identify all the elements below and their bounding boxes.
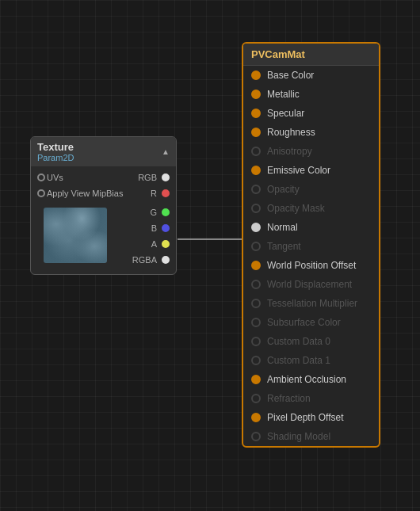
mat-row-world-position-offset[interactable]: World Position Offset [243,256,379,275]
material-node-header: PVCamMat [243,44,379,66]
mat-row-refraction: Refraction [243,389,379,408]
subsurface-connector [251,318,261,327]
texture-outputs: G B A [113,204,170,268]
custom-data-1-connector [251,356,261,365]
texture-b-row: B [118,220,170,236]
opacity-mask-connector [251,204,261,213]
mat-row-tangent: Tangent [243,237,379,256]
ambient-occlusion-label: Ambient Occlusion [267,374,346,385]
texture-g-row: G [118,204,170,220]
g-connector[interactable] [162,208,170,216]
roughness-connector[interactable] [251,128,261,137]
material-node-title: PVCamMat [251,48,371,60]
metallic-connector[interactable] [251,90,261,99]
specular-connector[interactable] [251,109,261,118]
texture-node-header: Texture Param2D ▲ [31,137,176,166]
shading-model-label: Shading Model [267,431,330,442]
mat-row-base-color[interactable]: Base Color [243,66,379,85]
b-connector[interactable] [162,224,170,232]
mat-row-custom-data-1: Custom Data 1 [243,351,379,370]
base-color-label: Base Color [267,70,314,81]
metallic-label: Metallic [267,89,300,100]
emissive-connector[interactable] [251,166,261,175]
custom-data-1-label: Custom Data 1 [267,355,330,366]
texture-node-collapse-icon[interactable]: ▲ [162,147,170,156]
opacity-label: Opacity [267,184,300,195]
uvs-left-connector[interactable] [37,174,45,181]
uvs-value: RGB [138,173,157,182]
world-displacement-label: World Displacement [267,279,352,290]
specular-label: Specular [267,108,304,119]
texture-node-body: UVs RGB Apply View MipBias R [31,166,176,274]
mat-row-normal[interactable]: Normal [243,218,379,237]
uvs-right-connector[interactable] [162,174,170,181]
world-position-offset-label: World Position Offset [267,260,356,271]
material-node[interactable]: PVCamMat Base Color Metallic Specular Ro… [242,42,380,448]
custom-data-0-label: Custom Data 0 [267,336,330,347]
texture-node-subtitle: Param2D [37,153,74,162]
material-node-rows: Base Color Metallic Specular Roughness A… [243,66,379,446]
mat-row-anisotropy: Anisotropy [243,142,379,161]
normal-connector[interactable] [251,223,261,232]
uvs-label: UVs [47,173,63,182]
rgba-connector[interactable] [162,256,170,264]
tangent-connector [251,242,261,251]
tessellation-connector [251,299,261,308]
texture-mipbias-row: Apply View MipBias R [31,185,176,201]
mipbias-value: R [151,189,157,198]
custom-data-0-connector [251,337,261,346]
tangent-label: Tangent [267,241,301,252]
world-displacement-connector [251,280,261,289]
a-connector[interactable] [162,240,170,248]
b-label: B [151,223,157,233]
texture-uvs-row: UVs RGB [31,170,176,185]
mat-row-custom-data-0: Custom Data 0 [243,332,379,351]
mat-row-pixel-depth-offset[interactable]: Pixel Depth Offset [243,408,379,427]
g-label: G [150,208,157,217]
base-color-connector[interactable] [251,71,261,80]
roughness-label: Roughness [267,127,315,138]
texture-node-title: Texture [37,141,74,153]
anisotropy-label: Anisotropy [267,146,312,157]
rgba-label: RGBA [132,255,157,265]
mat-row-subsurface: Subsurface Color [243,313,379,332]
texture-preview [44,208,107,263]
texture-a-row: A [118,236,170,252]
mat-row-metallic[interactable]: Metallic [243,85,379,104]
texture-preview-area: G B A [31,201,176,271]
texture-preview-image [44,208,107,263]
mat-row-opacity-mask: Opacity Mask [243,199,379,218]
emissive-label: Emissive Color [267,165,330,176]
subsurface-label: Subsurface Color [267,317,341,328]
mipbias-right-connector[interactable] [162,189,170,197]
shading-model-connector [251,432,261,441]
mat-row-ambient-occlusion[interactable]: Ambient Occlusion [243,370,379,389]
pixel-depth-offset-connector[interactable] [251,413,261,422]
tessellation-label: Tessellation Multiplier [267,298,357,309]
mat-row-shading-model: Shading Model [243,427,379,446]
mat-row-specular[interactable]: Specular [243,104,379,123]
refraction-connector [251,394,261,403]
world-position-offset-connector[interactable] [251,261,261,270]
texture-node[interactable]: Texture Param2D ▲ UVs RGB Apply View Mip… [30,136,177,275]
mipbias-label: Apply View MipBias [47,189,123,198]
mat-row-opacity: Opacity [243,180,379,199]
opacity-mask-label: Opacity Mask [267,203,325,214]
ambient-occlusion-connector[interactable] [251,375,261,384]
mat-row-emissive[interactable]: Emissive Color [243,161,379,180]
mipbias-left-connector[interactable] [37,189,45,197]
texture-rgba-row: RGBA [118,252,170,268]
a-label: A [151,239,157,249]
refraction-label: Refraction [267,393,311,404]
opacity-connector [251,185,261,194]
mat-row-roughness[interactable]: Roughness [243,123,379,142]
anisotropy-connector [251,147,261,156]
mat-row-world-displacement: World Displacement [243,275,379,294]
mat-row-tessellation: Tessellation Multiplier [243,294,379,313]
normal-label: Normal [267,222,298,233]
pixel-depth-offset-label: Pixel Depth Offset [267,412,344,423]
